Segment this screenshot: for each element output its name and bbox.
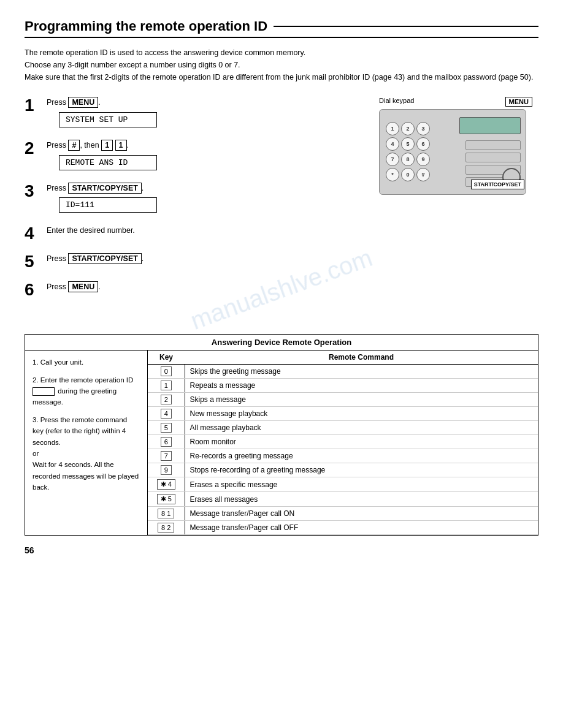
menu-key-1: MENU [68,97,98,108]
remote-commands-table: Key Remote Command 0Skips the greeting m… [148,351,538,535]
step-4-text: Enter the desired number. [47,225,367,237]
table-row: 8 2Message transfer/Pager call OFF [148,521,538,535]
key-hash: # [416,168,430,181]
remote-key-cell: 4 [148,407,185,421]
remote-key-cell: ✱ 5 [148,492,185,507]
keypad-grid: 1 2 3 4 5 6 7 8 9 * 0 # [386,122,430,181]
instruction-2: 2. Enter the remote operation ID during … [33,374,140,408]
step-2: 2 Press #, then 1 1. REMOTE ANS ID [25,140,367,172]
remote-command-cell: Erases a specific message [185,477,538,492]
step-3-text: Press START/COPY/SET. [47,183,367,194]
step-6: 6 Press MENU. [25,281,367,298]
table-row: 4New message playback [148,407,538,421]
step-6-content: Press MENU. [47,281,367,295]
remote-command-cell: Erases all messages [185,492,538,507]
step-2-content: Press #, then 1 1. REMOTE ANS ID [47,140,367,172]
instruction-1: 1. Call your unit. [33,357,140,368]
key-8: 8 [401,153,415,166]
step-num-1: 1 [25,97,47,114]
key-5: 5 [401,137,415,151]
remote-key-cell: 1 [148,379,185,393]
remote-key-cell: 9 [148,463,185,477]
bottom-right-table: Key Remote Command 0Skips the greeting m… [148,351,538,535]
key-7: 7 [386,153,399,166]
step-1-text: Press MENU. [47,97,367,108]
step-3-content: Press START/COPY/SET. ID=111 [47,183,367,214]
remote-command-cell: Skips a message [185,393,538,407]
table-row: ✱ 5Erases all messages [148,492,538,507]
intro-text: The remote operation ID is used to acces… [25,47,538,83]
steps-left: 1 Press MENU. SYSTEM SET UP 2 Press #, t… [25,97,367,309]
key-star: * [386,168,399,181]
start-copy-set-key-5: START/COPY/SET [68,253,141,264]
step-4: 4 Enter the desired number. [25,225,367,242]
hash-key: # [68,140,80,151]
table-row: ✱ 4Erases a specific message [148,477,538,492]
bottom-section: Answering Device Remote Operation 1. Cal… [25,334,538,536]
menu-key-6: MENU [68,281,98,292]
remote-command-cell: Stops re-recording of a greeting message [185,463,538,477]
key-1b: 1 [115,140,127,151]
device-labels: Dial keypad MENU [379,97,538,107]
step-num-3: 3 [25,183,47,200]
step-3: 3 Press START/COPY/SET. ID=111 [25,183,367,214]
col-header-key: Key [148,351,185,365]
instruction-3: 3. Press the remote command key (refer t… [33,414,140,493]
start-copy-set-key-3: START/COPY/SET [68,183,141,194]
key-4: 4 [386,137,399,151]
device-illustration: 1 2 3 4 5 6 7 8 9 * 0 # [379,109,526,195]
remote-key-cell: 0 [148,365,185,379]
remote-key-cell: 8 1 [148,507,185,521]
step-1-display: SYSTEM SET UP [59,112,157,127]
key-0: 0 [401,168,415,181]
table-row: 0Skips the greeting message [148,365,538,379]
step-5-text: Press START/COPY/SET. [47,253,367,265]
remote-key-cell: 8 2 [148,521,185,535]
remote-command-cell: Re-records a greeting message [185,449,538,463]
remote-key-cell: 7 [148,449,185,463]
col-header-command: Remote Command [185,351,538,365]
remote-command-cell: Message transfer/Pager call OFF [185,521,538,535]
menu-badge: MENU [505,97,532,107]
step-3-display: ID=111 [59,197,157,213]
table-row: 9Stops re-recording of a greeting messag… [148,463,538,477]
table-row: 5All message playback [148,421,538,435]
side-btn-1 [465,140,521,150]
remote-key-cell: 5 [148,421,185,435]
step-num-5: 5 [25,253,47,270]
bottom-left-instructions: 1. Call your unit. 2. Enter the remote o… [25,351,148,535]
step-num-2: 2 [25,140,47,157]
remote-key-cell: 6 [148,435,185,449]
table-row: 6Room monitor [148,435,538,449]
step-6-text: Press MENU. [47,281,367,293]
table-row: 1Repeats a message [148,379,538,393]
key-9: 9 [416,153,430,166]
key-3: 3 [416,122,430,135]
bottom-content: 1. Call your unit. 2. Enter the remote o… [25,351,538,535]
page-number: 56 [25,545,538,555]
step-2-display: REMOTE ANS ID [59,155,157,170]
key-6: 6 [416,137,430,151]
remote-command-cell: New message playback [185,407,538,421]
dial-keypad-label: Dial keypad [379,97,414,107]
remote-command-cell: Skips the greeting message [185,365,538,379]
remote-key-cell: 2 [148,393,185,407]
table-row: 2Skips a message [148,393,538,407]
bottom-table-title: Answering Device Remote Operation [25,335,538,351]
remote-command-cell: Message transfer/Pager call ON [185,507,538,521]
device-display-panel [459,117,521,134]
step-5: 5 Press START/COPY/SET. [25,253,367,270]
start-copy-set-device-label: START/COPY/SET [471,180,524,189]
step-5-content: Press START/COPY/SET. [47,253,367,267]
remote-command-cell: Repeats a message [185,379,538,393]
key-1a: 1 [101,140,113,151]
remote-command-cell: All message playback [185,421,538,435]
remote-key-cell: ✱ 4 [148,477,185,492]
key-2: 2 [401,122,415,135]
table-row: 8 1Message transfer/Pager call ON [148,507,538,521]
remote-command-cell: Room monitor [185,435,538,449]
device-area: Dial keypad MENU 1 2 3 4 5 6 7 8 9 * 0 # [379,97,538,309]
page-title: Programming the remote operation ID [25,18,538,38]
step-4-content: Enter the desired number. [47,225,367,239]
step-num-4: 4 [25,225,47,242]
